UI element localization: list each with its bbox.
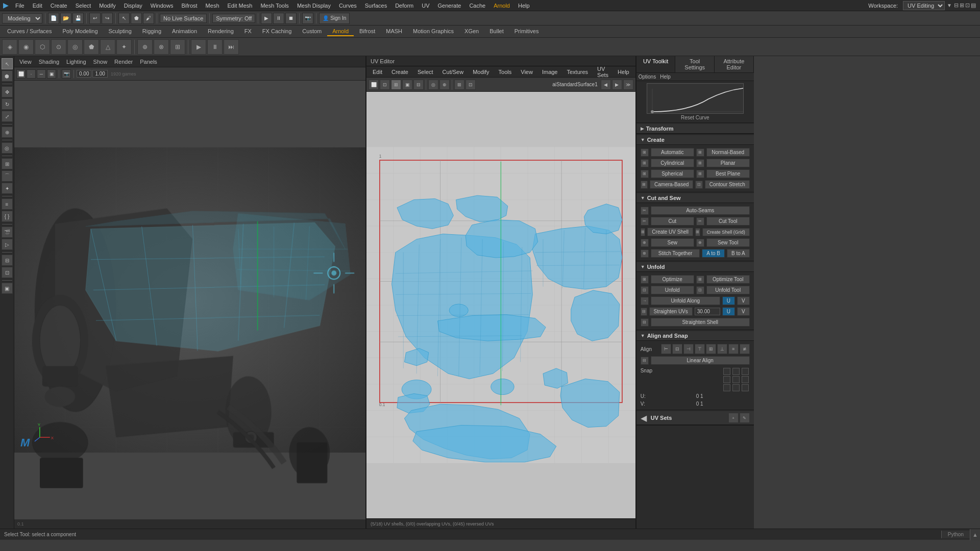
snap-cb-3[interactable]: [742, 368, 749, 375]
create-uv-shell-btn[interactable]: Create UV Shell: [647, 228, 693, 236]
align-bottom-btn[interactable]: ⊥: [717, 344, 727, 354]
shelf-icon-13[interactable]: ⏸: [207, 39, 223, 55]
menu-curves[interactable]: Curves: [335, 2, 361, 10]
vp-menu-show[interactable]: Show: [90, 58, 111, 65]
align-snap-header[interactable]: ▼ Align and Snap: [636, 331, 754, 341]
shelf-icon-7[interactable]: △: [100, 39, 115, 55]
planar-btn[interactable]: Planar: [706, 159, 750, 167]
uv-tb-mode2[interactable]: ⊕: [439, 80, 450, 90]
rotate-btn[interactable]: ↻: [2, 98, 13, 110]
uv-menu-create[interactable]: Create: [387, 68, 412, 76]
vp-menu-render[interactable]: Render: [111, 58, 136, 65]
shelf-tab-xgen[interactable]: XGen: [459, 27, 484, 36]
optimize-btn[interactable]: Optimize: [651, 275, 694, 284]
live-surface-label[interactable]: No Live Surface: [160, 14, 207, 23]
snap-cb-7[interactable]: [723, 384, 730, 391]
select-btn[interactable]: ↖: [118, 13, 130, 24]
paint-btn[interactable]: 🖌: [143, 13, 154, 24]
symmetry-label[interactable]: Symmetry: Off: [212, 14, 255, 23]
snap-to-point-btn[interactable]: ✦: [2, 183, 13, 194]
vp-select-all-btn[interactable]: ⬜: [16, 69, 26, 79]
vp-menu-panels[interactable]: Panels: [137, 58, 160, 65]
uv-menu-help[interactable]: Help: [614, 68, 633, 76]
pause-btn[interactable]: ⏸: [273, 13, 284, 24]
uv-menu-image[interactable]: Image: [538, 68, 562, 76]
uv-toolbar-expand[interactable]: ≫: [623, 80, 633, 90]
menu-bifrost[interactable]: Bifrost: [177, 2, 201, 10]
shelf-tab-bifrost[interactable]: Bifrost: [354, 27, 380, 36]
menu-edit[interactable]: Edit: [29, 2, 46, 10]
shelf-tab-sculpting[interactable]: Sculpting: [104, 27, 137, 36]
help-link[interactable]: Help: [660, 74, 671, 80]
shelf-tab-curves[interactable]: Curves / Surfaces: [2, 27, 57, 36]
align-top-btn[interactable]: ⊤: [695, 344, 705, 354]
menu-help[interactable]: Help: [514, 2, 534, 10]
shelf-icon-9[interactable]: ⊕: [137, 39, 153, 55]
shelf-icon-12[interactable]: ▶: [191, 39, 206, 55]
transform-header[interactable]: ▶ Transform: [636, 124, 754, 134]
layout-icon-2[interactable]: ⊞: [960, 2, 964, 9]
menu-windows[interactable]: Windows: [146, 2, 178, 10]
cylindrical-btn[interactable]: Cylindrical: [651, 159, 694, 167]
grid-layout-btn[interactable]: ⊟: [2, 255, 13, 266]
vp-tx-val[interactable]: 0.00: [77, 70, 91, 78]
tab-attr-editor[interactable]: Attribute Editor: [715, 56, 754, 72]
undo-btn[interactable]: ↩: [89, 13, 101, 24]
snap-cb-9[interactable]: [742, 384, 749, 391]
uv-menu-view[interactable]: View: [517, 68, 537, 76]
render-btn[interactable]: 🎬: [2, 227, 13, 238]
reset-curve-btn[interactable]: Reset Curve: [639, 115, 752, 120]
menu-edit-mesh[interactable]: Edit Mesh: [224, 2, 257, 10]
shelf-icon-6[interactable]: ⬟: [84, 39, 99, 55]
move-btn[interactable]: ✥: [2, 86, 13, 97]
uv-tb-layout3[interactable]: ⊞: [391, 80, 401, 90]
uv-tb-grid2[interactable]: ⊡: [465, 80, 476, 90]
align-distribute-v-btn[interactable]: ≢: [740, 344, 750, 354]
snap-cb-5[interactable]: [732, 376, 740, 383]
vp-face-btn[interactable]: ▣: [47, 69, 56, 79]
uv-tb-layout4[interactable]: ▣: [402, 80, 412, 90]
uv-material-prev[interactable]: ◀: [601, 80, 611, 90]
shelf-tab-motion[interactable]: Motion Graphics: [408, 27, 459, 36]
straighten-uvs-btn[interactable]: Straighten UVs: [649, 307, 693, 316]
layout-icon-3[interactable]: ⊡: [965, 2, 970, 9]
straighten-uvs-value[interactable]: [695, 308, 720, 315]
shelf-tab-mash[interactable]: MASH: [381, 27, 407, 36]
uv-tb-layout2[interactable]: ⊡: [380, 80, 390, 90]
panels-btn[interactable]: ▣: [2, 283, 13, 294]
vp-vertex-btn[interactable]: ·: [27, 69, 36, 79]
unfold-along-v-btn[interactable]: V: [737, 296, 750, 305]
shelf-icon-14[interactable]: ⏭: [224, 39, 239, 55]
uv-material-next[interactable]: ▶: [612, 80, 622, 90]
align-distribute-h-btn[interactable]: ≡: [728, 344, 739, 354]
snap-cb-1[interactable]: [723, 368, 730, 375]
vp-menu-lighting[interactable]: Lighting: [63, 58, 89, 65]
snap-cb-4[interactable]: [723, 376, 730, 383]
menu-create[interactable]: Create: [46, 2, 71, 10]
vp-menu-view[interactable]: View: [16, 58, 35, 65]
stitch-b-to-a-btn[interactable]: B to A: [727, 249, 750, 258]
menu-select[interactable]: Select: [71, 2, 95, 10]
menu-mesh-tools[interactable]: Mesh Tools: [256, 2, 292, 10]
shelf-icon-4[interactable]: ⊙: [51, 39, 66, 55]
shelf-icon-2[interactable]: ◉: [18, 39, 34, 55]
shelf-icon-1[interactable]: ◈: [2, 39, 17, 55]
uv-layout-btn[interactable]: ⊡: [2, 267, 13, 278]
shelf-icon-3[interactable]: ⬡: [35, 39, 50, 55]
snap-to-curve-btn[interactable]: ⌒: [2, 170, 13, 182]
sew-btn[interactable]: Sew: [651, 238, 694, 247]
redo-btn[interactable]: ↪: [102, 13, 113, 24]
shelf-tab-fx[interactable]: FX: [239, 27, 257, 36]
layout-icon-4[interactable]: ▤: [971, 2, 976, 9]
uv-menu-edit[interactable]: Edit: [369, 68, 386, 76]
menu-arnold[interactable]: Arnold: [489, 2, 514, 10]
align-right-btn[interactable]: ⊣: [683, 344, 694, 354]
spherical-btn[interactable]: Spherical: [651, 169, 694, 178]
shelf-icon-8[interactable]: ✦: [116, 39, 132, 55]
stitch-a-to-b-btn[interactable]: A to B: [702, 249, 725, 258]
python-indicator[interactable]: Python: [941, 531, 970, 538]
workspace-dropdown[interactable]: UV Editing: [903, 1, 945, 10]
align-center-v-btn[interactable]: ⊞: [706, 344, 716, 354]
menu-file[interactable]: File: [11, 2, 29, 10]
viewport-canvas[interactable]: M X Y: [14, 81, 365, 519]
